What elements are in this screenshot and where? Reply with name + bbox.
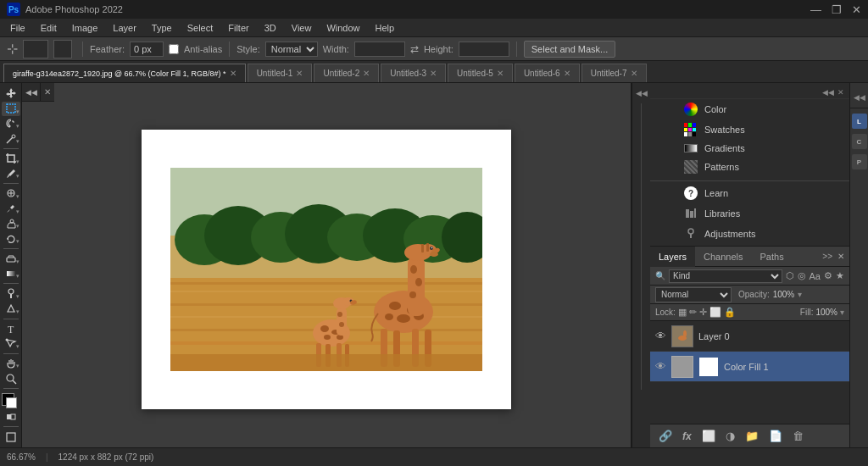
tool-crop[interactable]: ▾ — [2, 152, 20, 166]
panel-toggle-btn[interactable]: ◀◀ — [633, 86, 650, 100]
panel-expand-btn[interactable]: ◀◀ — [822, 88, 834, 97]
tool-dodge[interactable]: ▾ — [2, 286, 20, 301]
tool-stamp[interactable]: ▾ — [2, 217, 20, 231]
panel-libraries[interactable]: Libraries — [650, 203, 849, 224]
lock-position-icon[interactable]: ✛ — [699, 307, 707, 318]
fx-btn[interactable]: fx — [679, 429, 695, 444]
new-layer-btn[interactable]: 📄 — [765, 428, 786, 444]
menu-edit[interactable]: Edit — [34, 21, 64, 35]
layers-mode-select[interactable]: Normal — [655, 287, 732, 302]
tab-untitled6[interactable]: Untitled-6 ✕ — [515, 64, 580, 82]
style-select[interactable]: Normal — [265, 42, 318, 57]
height-input[interactable] — [459, 42, 509, 57]
tab-main-close[interactable]: ✕ — [230, 69, 236, 78]
fill-value[interactable]: 100% — [815, 308, 837, 317]
tab-channels[interactable]: Channels — [695, 247, 751, 267]
panel-close-btn[interactable]: ✕ — [44, 87, 51, 97]
layers-expand-btn[interactable]: >> — [821, 250, 834, 263]
tool-brush[interactable]: ▾ — [2, 202, 20, 216]
layers-icon1[interactable]: ⬡ — [786, 270, 794, 281]
add-mask-btn[interactable]: ⬜ — [698, 428, 719, 444]
tool-eraser[interactable]: ▾ — [2, 252, 20, 266]
paths-collapsed-btn[interactable]: P — [852, 154, 867, 169]
layer-0-visibility[interactable]: 👁 — [655, 330, 666, 342]
tool-zoom[interactable] — [2, 371, 20, 386]
tab-main-file[interactable]: giraffe-g314ea2872_1920.jpg @ 66.7% (Col… — [3, 64, 246, 82]
lock-transparent-icon[interactable]: ▦ — [678, 307, 687, 318]
opacity-dropdown[interactable]: ▾ — [798, 290, 802, 299]
panel-close-top[interactable]: ✕ — [837, 88, 844, 97]
background-color[interactable] — [6, 397, 17, 408]
link-layers-btn[interactable]: 🔗 — [655, 428, 676, 444]
tab-untitled2[interactable]: Untitled-2 ✕ — [314, 64, 379, 82]
tool-path-select[interactable]: ▾ — [2, 336, 20, 351]
lock-pixels-icon[interactable]: ✏ — [689, 307, 697, 318]
tool-screen-mode[interactable] — [2, 430, 20, 444]
tool-lasso[interactable]: ▾ — [2, 117, 20, 131]
menu-3d[interactable]: 3D — [258, 21, 283, 35]
tab-untitled1[interactable]: Untitled-1 ✕ — [248, 64, 313, 82]
tab-untitled2-close[interactable]: ✕ — [363, 69, 370, 78]
tab-untitled3-close[interactable]: ✕ — [430, 69, 437, 78]
select-mask-button[interactable]: Select and Mask... — [524, 41, 616, 58]
tab-untitled1-close[interactable]: ✕ — [296, 69, 303, 78]
feather-input[interactable] — [130, 42, 164, 57]
tool-type[interactable]: T — [2, 321, 20, 336]
layers-icon3[interactable]: Aa — [810, 271, 821, 281]
swap-icon[interactable]: ⇄ — [410, 43, 419, 55]
layers-icon2[interactable]: ◎ — [798, 270, 806, 281]
tool-move[interactable] — [2, 86, 20, 101]
lock-artboard-icon[interactable]: ⬜ — [709, 307, 721, 318]
tool-history[interactable]: ▾ — [2, 231, 20, 246]
width-input[interactable] — [354, 42, 405, 57]
collapse-toggle[interactable]: ◀◀ — [850, 86, 869, 108]
menu-file[interactable]: File — [3, 21, 32, 35]
fill-dropdown[interactable]: ▾ — [840, 308, 844, 317]
layers-icon4[interactable]: ⚙ — [824, 270, 832, 281]
menu-filter[interactable]: Filter — [221, 21, 255, 35]
tab-untitled6-close[interactable]: ✕ — [564, 69, 570, 78]
tool-wand[interactable]: ▾ — [2, 131, 20, 146]
tab-untitled5[interactable]: Untitled-5 ✕ — [448, 64, 513, 82]
panel-learn[interactable]: ? Learn — [650, 180, 849, 203]
layer-item-fill1[interactable]: 👁 Color Fill 1 — [650, 352, 849, 382]
tab-layers[interactable]: Layers — [650, 247, 695, 267]
panel-gradients[interactable]: Gradients — [650, 140, 849, 157]
tab-paths[interactable]: Paths — [752, 247, 793, 267]
tool-eyedropper[interactable]: ▾ — [2, 167, 20, 181]
tab-untitled5-close[interactable]: ✕ — [497, 69, 504, 78]
lock-all-icon[interactable]: 🔒 — [724, 307, 736, 318]
layers-kind-select[interactable]: Kind — [669, 269, 782, 283]
tab-untitled7-close[interactable]: ✕ — [631, 69, 637, 78]
close-button[interactable]: ✕ — [852, 3, 861, 16]
panel-collapse-btn[interactable]: ◀◀ — [22, 83, 41, 102]
menu-select[interactable]: Select — [181, 21, 220, 35]
adjustment-btn[interactable]: ◑ — [722, 428, 738, 444]
tool-marquee-rect[interactable]: ▾ — [2, 102, 20, 116]
tool-healing[interactable]: ▾ — [2, 186, 20, 201]
menu-window[interactable]: Window — [320, 21, 366, 35]
tab-untitled7[interactable]: Untitled-7 ✕ — [581, 64, 647, 82]
tab-untitled3[interactable]: Untitled-3 ✕ — [381, 64, 446, 82]
tool-hand[interactable]: ▾ — [2, 357, 20, 371]
layers-collapsed-btn[interactable]: L — [852, 114, 867, 129]
layers-filter-icon[interactable]: 🔍 — [655, 271, 665, 280]
panel-swatches[interactable]: Swatches — [650, 119, 849, 140]
tool-gradient[interactable]: ▾ — [2, 267, 20, 281]
layers-icon5[interactable]: ★ — [836, 270, 844, 281]
menu-view[interactable]: View — [285, 21, 319, 35]
panel-patterns[interactable]: Patterns — [650, 157, 849, 177]
menu-image[interactable]: Image — [65, 21, 105, 35]
canvas-area[interactable]: ◀◀ ✕ — [22, 83, 631, 447]
panel-color[interactable]: Color — [650, 99, 849, 119]
delete-layer-btn[interactable]: 🗑 — [789, 428, 807, 444]
layers-close-btn[interactable]: ✕ — [836, 250, 846, 263]
panel-adjustments[interactable]: Adjustments — [650, 224, 849, 244]
new-group-btn[interactable]: 📁 — [742, 428, 762, 444]
tool-pen[interactable]: ▾ — [2, 302, 20, 316]
restore-button[interactable]: ❐ — [832, 3, 842, 16]
channels-collapsed-btn[interactable]: C — [852, 134, 867, 149]
opacity-value[interactable]: 100% — [773, 290, 795, 299]
menu-layer[interactable]: Layer — [106, 21, 143, 35]
layer-item-0[interactable]: 👁 Layer 0 — [650, 321, 849, 352]
